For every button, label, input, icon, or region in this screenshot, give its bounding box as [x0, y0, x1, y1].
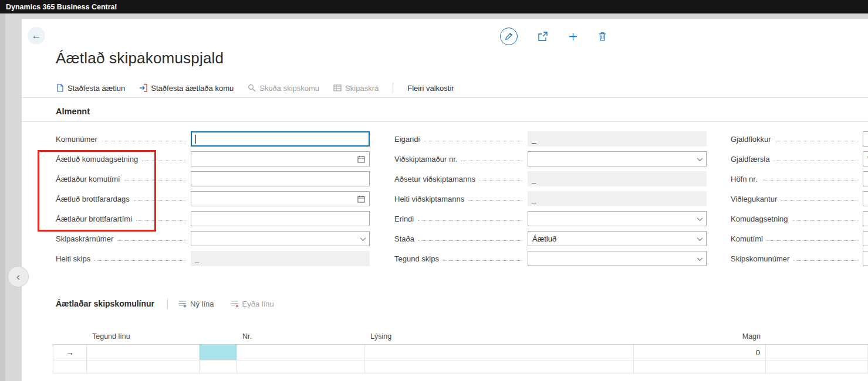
dotted-leader: [142, 161, 185, 161]
field-gjaldf-rsla[interactable]: V: [863, 151, 868, 166]
lines-part-title[interactable]: Áætlaðar skipskomulínur: [56, 299, 154, 308]
command-bar-separator: [393, 83, 393, 93]
field-row-vi-skiptama-ur-nr: Viðskiptamaður nr.: [394, 151, 707, 166]
field-tla-ur-komut-mi[interactable]: [191, 171, 370, 186]
field-komun-mer[interactable]: [191, 131, 370, 147]
calendar-icon[interactable]: [357, 155, 365, 163]
table-cell-extra[interactable]: [766, 345, 868, 360]
field-komut-mi[interactable]: [863, 231, 868, 246]
field-label: Tegund skips: [394, 254, 439, 263]
table-cell-lysing[interactable]: [365, 360, 634, 373]
section-divider: [22, 121, 868, 122]
field-row-tlu-komudagsetning: Áætluð komudagsetning: [56, 151, 370, 166]
edit-pencil-icon[interactable]: [500, 28, 518, 45]
table-row: [53, 360, 868, 373]
field-a-setur-vi-skiptamanns: _: [528, 171, 707, 186]
column-header-nr[interactable]: Nr.: [237, 332, 365, 341]
section-header-almennt[interactable]: Almennt: [56, 107, 90, 116]
field-row-gjaldflokkur: Gjaldflokkur: [731, 131, 868, 147]
command-bar-divider: [22, 97, 868, 98]
dotted-leader: [479, 181, 522, 181]
chevron-down-icon[interactable]: [697, 255, 703, 261]
confirm-arrival-icon: [139, 84, 147, 92]
lines-part-header: Áætlaðar skipskomulínur Ný línaEyða línu: [56, 298, 291, 309]
chevron-down-icon[interactable]: [697, 155, 703, 161]
field-vi-skiptama-ur-nr[interactable]: [528, 151, 707, 166]
field-sta-a[interactable]: Áætluð: [528, 231, 707, 246]
back-button[interactable]: ←: [28, 27, 45, 45]
field-vi-legukantur[interactable]: [863, 191, 868, 206]
chevron-down-icon[interactable]: [697, 235, 703, 241]
command-sta-festa-tla-a-komu[interactable]: Staðfesta áætlaða komu: [139, 84, 234, 93]
field-skipskomun-mer[interactable]: [863, 251, 868, 266]
chevron-down-icon[interactable]: [360, 235, 366, 241]
chevron-down-icon[interactable]: [697, 215, 703, 221]
dotted-leader: [792, 220, 857, 221]
dotted-leader: [94, 260, 185, 261]
field-value: Áætluð: [532, 234, 556, 243]
column-header-tegund-l-nu[interactable]: Tegund línu: [87, 332, 200, 341]
field-label: Komunúmer: [56, 135, 97, 144]
selected-cell[interactable]: [200, 345, 237, 360]
dotted-leader: [762, 181, 857, 181]
command-label: Staðfesta áætlaða komu: [151, 84, 234, 93]
field-label: Komutími: [731, 234, 763, 243]
field-komudagsetning[interactable]: [863, 211, 868, 226]
lines-table: Tegund línuNr.LýsingMagn→0: [53, 328, 868, 373]
expand-pane-button[interactable]: ‹: [8, 266, 29, 287]
field-erindi[interactable]: [528, 211, 707, 226]
command-bar: Staðfesta áætlunStaðfesta áætlaða komuSk…: [56, 79, 454, 97]
command-label: Staðfesta áætlun: [67, 84, 125, 93]
command-label: Skipaskrá: [345, 84, 379, 93]
form-column-3: GjaldflokkurGjaldfærslaVHöfn nr.Viðleguk…: [731, 127, 868, 271]
field-label: Viðlegukantur: [731, 195, 777, 203]
field-skipaskr-rn-mer[interactable]: [191, 231, 370, 246]
table-cell-magn[interactable]: [634, 360, 766, 373]
table-cell-tegund_linu[interactable]: [87, 360, 200, 373]
command-sta-festa-tlun[interactable]: Staðfesta áætlun: [56, 84, 125, 93]
table-cell-nr[interactable]: [237, 360, 365, 373]
line-action-n-l-na[interactable]: Ný lína: [178, 300, 214, 308]
dotted-leader: [781, 200, 857, 201]
field-row-tla-ur-komut-mi: Áætlaður komutími: [56, 171, 370, 186]
table-cell-lysing[interactable]: [365, 345, 634, 360]
table-cell-nr[interactable]: [237, 345, 365, 360]
field-row-komun-mer: Komunúmer: [56, 131, 370, 147]
table-cell-extra[interactable]: [766, 360, 868, 373]
column-header-l-sing[interactable]: Lýsing: [365, 332, 634, 341]
field-value: _: [195, 254, 199, 263]
delete-trash-icon[interactable]: [598, 32, 607, 41]
table-cell-sel[interactable]: [200, 360, 237, 373]
field-label: Skipaskrárnúmer: [56, 234, 113, 243]
row-selector-cell[interactable]: [53, 360, 87, 373]
field-tegund-skips[interactable]: [528, 251, 707, 266]
field-gjaldflokkur[interactable]: [863, 131, 868, 147]
column-header-magn[interactable]: Magn: [634, 332, 766, 341]
dotted-leader: [793, 260, 857, 261]
field-tla-ur-brottfarart-mi[interactable]: [191, 211, 370, 226]
field-label: Gjaldflokkur: [731, 135, 771, 144]
field-eigandi: _: [528, 131, 707, 147]
command-fleiri-valkostir[interactable]: Fleiri valkostir: [407, 84, 454, 93]
dotted-leader: [424, 141, 522, 141]
delete-line-icon: [231, 300, 239, 308]
field-row-heiti-skips: Heiti skips_: [56, 251, 370, 266]
field-row-tla-ur-brottfarart-mi: Áætlaður brottfarartími: [56, 211, 370, 226]
text-caret: [195, 135, 196, 144]
table-row: →0: [53, 345, 868, 360]
field-label: Áætluð brottfarardags: [56, 195, 130, 203]
new-plus-icon[interactable]: [568, 32, 578, 42]
field-h-fn-nr[interactable]: [863, 171, 868, 186]
share-icon[interactable]: [538, 32, 548, 41]
field-tlu-brottfarardags[interactable]: [191, 191, 370, 206]
app-title: Dynamics 365 Business Central: [6, 3, 117, 11]
field-label: Gjaldfærsla: [731, 155, 769, 164]
calendar-icon[interactable]: [357, 195, 365, 203]
table-cell-tegund_linu[interactable]: [87, 345, 200, 360]
field-tlu-komudagsetning[interactable]: [191, 151, 370, 166]
row-selector-cell[interactable]: →: [53, 345, 87, 360]
field-heiti-skips: _: [191, 251, 370, 266]
field-row-skipskomun-mer: Skipskomunúmer: [731, 251, 868, 266]
table-cell-magn[interactable]: 0: [634, 345, 766, 360]
form-column-2: Eigandi_Viðskiptamaður nr.Aðsetur viðski…: [394, 127, 707, 271]
